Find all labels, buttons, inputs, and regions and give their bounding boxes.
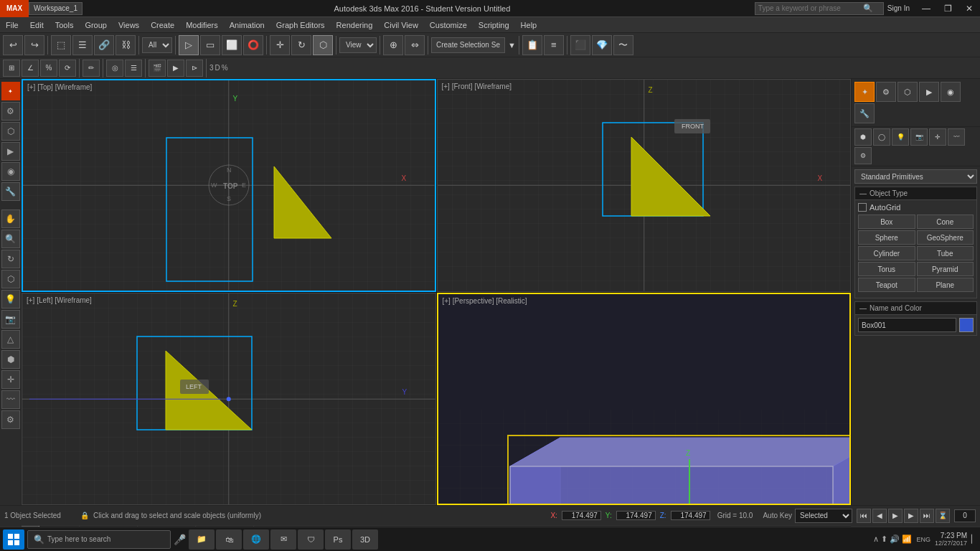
angle-snap-button[interactable]: ∠ <box>22 60 39 77</box>
tab-shapes[interactable]: ◯ <box>873 128 890 146</box>
taskbar-edge[interactable]: 🌐 <box>243 529 269 550</box>
motion-icon[interactable]: ▶ <box>1 142 20 161</box>
hierarchy-icon[interactable]: ⬡ <box>1 122 20 141</box>
spinner-snap-button[interactable]: ⟳ <box>59 60 76 77</box>
material-editor-button[interactable]: 💎 <box>592 35 612 55</box>
menu-file[interactable]: File <box>0 17 24 33</box>
plane-button[interactable]: Plane <box>917 278 974 292</box>
name-color-header[interactable]: — Name and Color <box>854 301 977 315</box>
menu-edit[interactable]: Edit <box>24 17 50 33</box>
sphere-button[interactable]: Sphere <box>858 230 915 245</box>
selected-dropdown[interactable]: Selected <box>795 509 852 523</box>
menu-civil-view[interactable]: Civil View <box>378 17 423 33</box>
object-type-header[interactable]: — Object Type <box>854 187 977 200</box>
pivot-button[interactable]: ⊕ <box>383 35 403 55</box>
show-desktop-button[interactable]: ▏ <box>971 534 977 544</box>
tab-create[interactable]: ✦ <box>854 82 875 102</box>
workspace-button[interactable]: Workspace_1 <box>29 2 83 15</box>
tab-cameras[interactable]: 📷 <box>910 128 928 146</box>
tube-button[interactable]: Tube <box>917 246 974 260</box>
next-key-button[interactable]: ▶ <box>904 509 918 523</box>
move-button[interactable]: ✛ <box>270 35 290 55</box>
mirror-button[interactable]: ⇔ <box>405 35 425 55</box>
render-frame-button[interactable]: ▶ <box>167 60 184 77</box>
create-sel-arrow[interactable]: ▼ <box>508 41 516 50</box>
menu-graph-editors[interactable]: Graph Editors <box>270 17 331 33</box>
select-tool-button[interactable]: ▷ <box>179 35 199 55</box>
search-input[interactable] <box>755 4 863 12</box>
utilities-icon[interactable]: 🔧 <box>1 182 20 201</box>
spacewarp-icon[interactable]: 〰 <box>1 390 20 409</box>
orbit-icon[interactable]: ↻ <box>1 250 20 268</box>
render-last-button[interactable]: ⊳ <box>186 60 203 77</box>
taskbar-store[interactable]: 🛍 <box>216 529 242 550</box>
pan-icon[interactable]: ✋ <box>1 209 20 228</box>
systems-icon[interactable]: ⚙ <box>1 410 20 429</box>
tab-hierarchy[interactable]: ⬡ <box>897 82 918 102</box>
cone-button[interactable]: Cone <box>917 215 974 229</box>
tab-systems[interactable]: ⚙ <box>854 147 872 164</box>
play-button[interactable]: ▶ <box>888 509 903 523</box>
tab-display[interactable]: ◉ <box>941 82 961 102</box>
filter-dropdown[interactable]: All <box>142 37 172 53</box>
taskbar-photoshop[interactable]: Ps <box>325 529 351 550</box>
pyramid-button[interactable]: Pyramid <box>917 262 974 276</box>
frame-input[interactable] <box>954 509 976 522</box>
menu-create[interactable]: Create <box>145 17 180 33</box>
rotate-button[interactable]: ↻ <box>291 35 311 55</box>
menu-animation[interactable]: Animation <box>224 17 270 33</box>
render-setup-button[interactable]: 🎬 <box>149 60 166 77</box>
viewport-top[interactable]: [+] [Top] [Wireframe] X Y <box>22 79 436 292</box>
viewport-front[interactable]: [+] [Front] [Wireframe] X Z FRONT <box>437 79 852 292</box>
search-box[interactable]: 🔍 <box>755 2 884 15</box>
taskbar-lang[interactable]: ENG <box>916 536 930 543</box>
tab-utilities[interactable]: 🔧 <box>854 103 875 123</box>
start-button[interactable] <box>3 529 24 550</box>
geosphere-button[interactable]: GeoSphere <box>917 230 974 245</box>
maximize-button[interactable]: ❐ <box>937 0 958 17</box>
select-object-button[interactable]: ⬚ <box>51 35 71 55</box>
create-selection-button[interactable]: Create Selection Se <box>431 37 505 53</box>
taskbar-files[interactable]: 📁 <box>189 529 215 550</box>
prev-frame-button[interactable]: ⏮ <box>857 509 871 523</box>
taskbar-mail[interactable]: ✉ <box>270 529 296 550</box>
minimize-button[interactable]: — <box>915 0 937 17</box>
redo-button[interactable]: ↪ <box>24 35 44 55</box>
tab-lights[interactable]: 💡 <box>892 128 909 146</box>
fov-icon[interactable]: ⬡ <box>1 270 20 288</box>
helpers-icon[interactable]: ✛ <box>1 370 20 389</box>
taskbar-search[interactable]: 🔍 Type here to search <box>27 530 171 549</box>
prev-key-button[interactable]: ◀ <box>872 509 887 523</box>
isolate-sel-button[interactable]: ◎ <box>106 60 123 77</box>
scale-button[interactable]: ⬡ <box>313 35 333 55</box>
lasso-select-button[interactable]: ⭕ <box>243 35 263 55</box>
tab-motion[interactable]: ▶ <box>919 82 939 102</box>
viewport-left[interactable]: [+] [Left] [Wireframe] Y Z LEFT <box>22 293 436 506</box>
taskbar-mic-icon[interactable]: 🎤 <box>174 534 186 545</box>
render-button[interactable]: ⬛ <box>570 35 590 55</box>
select-by-name-button[interactable]: ☰ <box>72 35 93 55</box>
tab-geo[interactable]: ⬢ <box>854 128 872 146</box>
menu-help[interactable]: Help <box>515 17 543 33</box>
display-floater-button[interactable]: ☰ <box>125 60 142 77</box>
unlink-button[interactable]: ⛓ <box>116 35 136 55</box>
color-swatch[interactable] <box>959 318 974 332</box>
viewport-perspective[interactable]: [+] [Perspective] [Realistic] <box>437 293 852 506</box>
shapes-icon[interactable]: △ <box>1 330 20 349</box>
tab-helpers[interactable]: ✛ <box>929 128 946 146</box>
taskbar-antivirus[interactable]: 🛡 <box>298 529 324 550</box>
autogrid-checkbox[interactable] <box>858 203 867 212</box>
menu-modifiers[interactable]: Modifiers <box>180 17 224 33</box>
cameras-icon[interactable]: 📷 <box>1 310 20 329</box>
tab-spacewarp[interactable]: 〰 <box>948 128 965 146</box>
menu-tools[interactable]: Tools <box>50 17 80 33</box>
modify-icon[interactable]: ⚙ <box>1 102 20 121</box>
taskbar-3dsmax[interactable]: 3D <box>352 529 378 550</box>
menu-views[interactable]: Views <box>113 17 145 33</box>
menu-scripting[interactable]: Scripting <box>473 17 515 33</box>
teapot-button[interactable]: Teapot <box>858 278 915 292</box>
named-sel-button[interactable]: 📋 <box>522 35 542 55</box>
close-button[interactable]: ✕ <box>958 0 980 17</box>
link-button[interactable]: 🔗 <box>94 35 114 55</box>
lock-icon[interactable]: 🔒 <box>80 512 89 519</box>
